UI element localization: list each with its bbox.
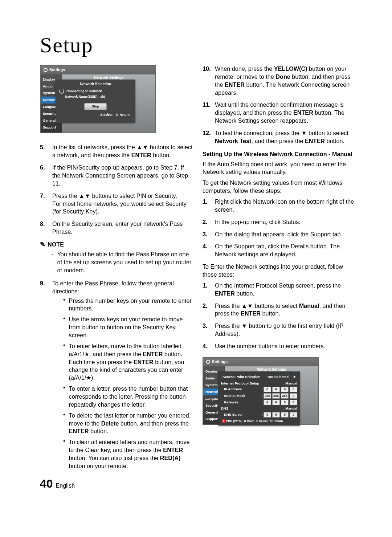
ip-octet[interactable]: 0	[264, 412, 271, 418]
bullet-item: To delete the last letter or number you …	[69, 412, 193, 436]
popup-footer: E Select ⮌ Return	[59, 113, 132, 117]
step-body: In the list of networks, press the ▲▼ bu…	[52, 143, 193, 159]
step-body: To test the connection, press the ▼ butt…	[215, 129, 356, 145]
step-body: In the pop-up menu, click Status.	[215, 218, 356, 226]
page-number: 40	[40, 476, 53, 492]
note-heading: ✎ NOTE	[40, 240, 193, 249]
step-body: Press the ▼ button to go to the first en…	[215, 322, 356, 338]
step-body: Press the ▲▼ buttons to select Manual, a…	[215, 302, 356, 318]
ips-label: Internet Protocol Setup	[221, 381, 283, 386]
paragraph: To get the Network setting values from m…	[203, 179, 356, 195]
bullet-item: To clear all entered letters and numbers…	[69, 438, 193, 470]
step-body: When done, press the YELLOW(C) button on…	[215, 65, 356, 97]
ip-octet[interactable]: 0	[290, 400, 297, 405]
dns-label: DNS	[221, 406, 283, 411]
ips-value: : Manual	[283, 381, 297, 386]
bullet-item: To enter a letter, press the number butt…	[69, 385, 193, 409]
step-number: 1.	[203, 282, 215, 298]
step-number: 3.	[203, 322, 215, 338]
ip-octet[interactable]: 0	[290, 393, 297, 399]
step-number: 12.	[203, 129, 215, 145]
ip-octet[interactable]: 0	[264, 400, 271, 405]
page-footer: 40 English	[40, 476, 193, 492]
screenshot-network-settings-manual: Settings Display Audio System Network La…	[203, 357, 319, 425]
step-body: Press the ▲▼ buttons to select PIN or Se…	[52, 192, 193, 216]
popup-title: Network Selection	[59, 82, 132, 87]
step-number: 5.	[40, 143, 52, 159]
step-number: 2.	[203, 218, 215, 226]
step-body: On the Internet Protocol Setup screen, p…	[215, 282, 356, 298]
step-body: On the Support tab, click the Details bu…	[215, 243, 356, 259]
ip-octet[interactable]: 0	[290, 412, 297, 418]
step-body: Use the number buttons to enter numbers.	[215, 342, 356, 350]
settings-bar-title: Settings	[49, 67, 65, 73]
ip-octet[interactable]: 0	[264, 387, 271, 392]
ip-octet[interactable]: 0	[281, 412, 289, 418]
settings-panel: Access Point Selection : Not Selected ▶ …	[218, 371, 300, 426]
step-number: 4.	[203, 342, 215, 350]
screenshot-network-selection: Settings Display Audio System Network La…	[40, 65, 156, 133]
step-body: If the PIN/Security pop-up appears, go t…	[52, 164, 193, 188]
step-number: 3.	[203, 231, 215, 239]
ip-octet[interactable]: 0	[290, 387, 297, 392]
red-a-icon: A	[222, 419, 225, 423]
ip-label: IP Address	[221, 387, 261, 392]
gear-icon	[44, 68, 48, 72]
dnss-label: DNS Server	[221, 412, 261, 417]
note-item: You should be able to find the Pass Phra…	[57, 251, 193, 274]
step-number: 10.	[203, 65, 215, 97]
ip-octet[interactable]: 255	[272, 393, 280, 399]
panel-footer: APBC (WPS) ◆ Move E Select ⮌ Return	[221, 419, 297, 423]
step-number: 1.	[203, 198, 215, 214]
bullet-item: Use the arrow keys on your remote to mov…	[69, 316, 193, 339]
step-number: 7.	[40, 192, 52, 216]
settings-bar-title: Settings	[212, 359, 228, 365]
step-body: Wait until the connection confirmation m…	[215, 101, 356, 125]
step-body: To enter the Pass Phrase, follow these g…	[52, 280, 193, 473]
step-body: Right click the Network icon on the bott…	[215, 198, 356, 214]
note-icon: ✎	[40, 240, 45, 249]
paragraph: To Enter the Network settings into your …	[203, 263, 356, 279]
connecting-text: Connecting to network.	[66, 89, 103, 93]
ssid-text: Network Name(SSID) : shj	[65, 94, 105, 99]
step-body: On the dialog that appears, click the Su…	[215, 231, 356, 239]
page-title: Setup	[40, 33, 356, 58]
popup-network-selection: Network Selection Connecting to network.…	[56, 80, 135, 123]
step-number: 4.	[203, 243, 215, 259]
ip-octet[interactable]: 0	[272, 387, 280, 392]
ip-octet[interactable]: 0	[281, 387, 289, 392]
bullet-item: To enter letters, move to the button lab…	[69, 342, 193, 382]
sm-label: Subnet Mask	[221, 394, 261, 398]
step-number: 6.	[40, 164, 52, 188]
step-number: 9.	[40, 280, 52, 473]
spinner-icon	[59, 89, 64, 94]
step-body: On the Security screen, enter your netwo…	[52, 220, 193, 236]
step-number: 11.	[203, 101, 215, 125]
aps-value: : Not Selected	[266, 375, 289, 379]
sidebar-item: Support	[41, 124, 62, 131]
page-language: English	[56, 482, 75, 490]
gear-icon	[206, 360, 210, 364]
bullet-item: Press the number keys on your remote to …	[69, 297, 193, 313]
ip-octet[interactable]: 0	[272, 412, 280, 418]
gw-label: Gateway	[221, 400, 261, 405]
aps-label: Access Point Selection	[222, 375, 261, 379]
ip-octet[interactable]: 0	[281, 400, 289, 405]
paragraph: If the Auto Setting does not work, you n…	[203, 160, 356, 176]
stop-button[interactable]: Stop	[84, 103, 107, 110]
ip-octet[interactable]: 0	[272, 400, 280, 405]
dns-value: : Manual	[283, 406, 297, 411]
ip-octet[interactable]: 255	[264, 393, 271, 399]
ip-octet[interactable]: 255	[281, 393, 289, 399]
subheading: Setting Up the Wireless Network Connecti…	[203, 150, 356, 158]
triangle-right-icon: ▶	[294, 375, 296, 379]
step-number: 8.	[40, 220, 52, 236]
step-number: 2.	[203, 302, 215, 318]
